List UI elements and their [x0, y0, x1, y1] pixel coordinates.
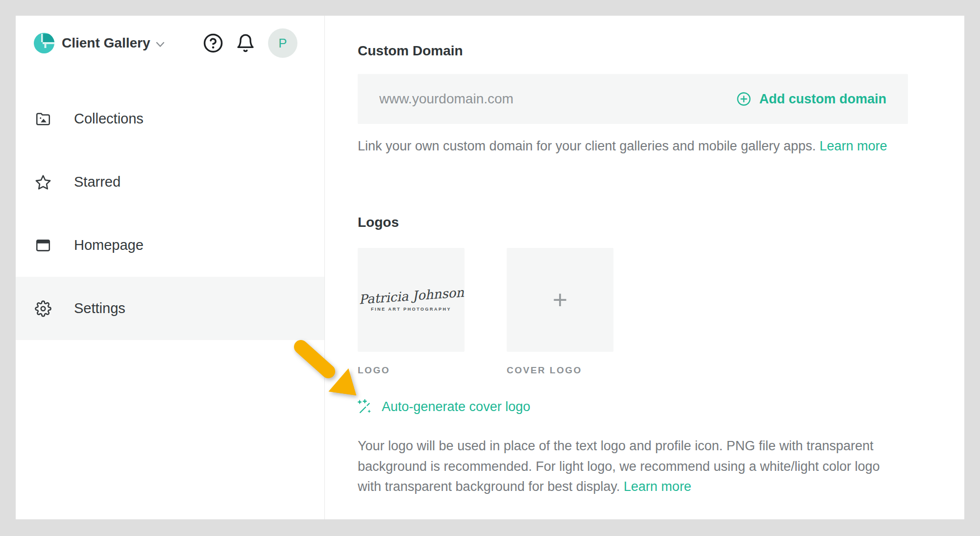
sidebar-nav: Collections Starred Homepage Settings [16, 87, 324, 340]
chevron-down-icon[interactable] [156, 42, 165, 48]
sidebar-item-settings[interactable]: Settings [16, 277, 324, 340]
star-icon [35, 174, 51, 191]
app-window: Client Gallery P [16, 16, 964, 519]
sidebar-header: Client Gallery P [16, 27, 324, 59]
logos-description: Your logo will be used in place of the t… [358, 436, 936, 497]
avatar[interactable]: P [268, 28, 297, 58]
add-custom-domain-button[interactable]: Add custom domain [736, 92, 886, 107]
sidebar-item-label: Settings [74, 300, 125, 317]
custom-domain-title: Custom Domain [358, 42, 463, 60]
sidebar-item-collections[interactable]: Collections [16, 87, 324, 150]
auto-generate-cover-logo-link[interactable]: Auto-generate cover logo [356, 397, 530, 416]
signature-logo-caption: FINE ART PHOTOGRAPHY [371, 307, 451, 312]
sidebar-item-label: Collections [74, 111, 144, 127]
custom-domain-description: Link your own custom domain for your cli… [358, 136, 936, 156]
sidebar-item-label: Starred [74, 174, 121, 190]
cover-logo-upload-tile[interactable]: + [507, 248, 613, 352]
sidebar-item-label: Homepage [74, 237, 144, 253]
logos-title: Logos [358, 214, 399, 231]
cover-logo-label: COVER LOGO [507, 365, 582, 376]
auto-generate-cover-logo-label: Auto-generate cover logo [382, 399, 530, 414]
custom-domain-description-text: Link your own custom domain for your cli… [358, 139, 816, 153]
logos-description-line: Your logo will be used in place of the t… [358, 436, 936, 457]
logo-thumbnail[interactable]: Patricia Johnson FINE ART PHOTOGRAPHY [358, 248, 465, 352]
sidebar-divider [324, 16, 325, 519]
logos-description-line: background is recommended. For light log… [358, 457, 936, 477]
notifications-bell-button[interactable] [236, 33, 255, 53]
collections-icon [35, 111, 51, 127]
custom-domain-learn-more-link[interactable]: Learn more [819, 139, 887, 153]
avatar-initial: P [278, 36, 287, 51]
logos-description-line: with transparent background for best dis… [358, 479, 620, 494]
logos-learn-more-link[interactable]: Learn more [624, 479, 691, 494]
plus-icon: + [553, 287, 567, 313]
workspace-title[interactable]: Client Gallery [62, 35, 150, 51]
custom-domain-box: Add custom domain [358, 74, 908, 124]
plus-circle-icon [736, 92, 751, 106]
custom-domain-input[interactable] [379, 91, 736, 107]
sidebar-item-homepage[interactable]: Homepage [16, 214, 324, 277]
logo-label: LOGO [358, 365, 390, 376]
gear-icon [35, 300, 51, 317]
sidebar-item-starred[interactable]: Starred [16, 150, 324, 214]
signature-logo-text: Patricia Johnson [358, 285, 465, 307]
add-custom-domain-label: Add custom domain [759, 92, 886, 107]
client-gallery-logo-icon[interactable] [34, 33, 54, 53]
help-button[interactable] [203, 33, 223, 53]
homepage-icon [35, 237, 51, 254]
magic-wand-icon [356, 398, 372, 415]
